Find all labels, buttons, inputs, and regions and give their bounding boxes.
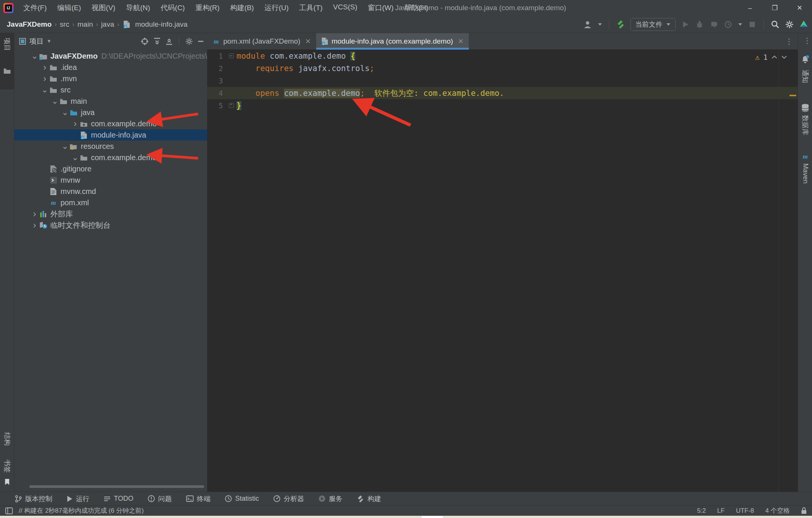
tree-row[interactable]: mvnw.cmd [14, 186, 207, 197]
tool-window-button-terminal[interactable]: 终端 [186, 494, 211, 503]
menu-item[interactable]: VCS(S) [329, 1, 362, 15]
editor-tab[interactable]: Jmodule-info.java (com.example.demo)✕ [316, 33, 469, 49]
folder-icon[interactable] [3, 68, 11, 74]
expand-all-icon[interactable] [153, 38, 161, 45]
collapse-all-icon[interactable] [165, 38, 173, 45]
fold-marker-icon[interactable]: ⌃ [226, 103, 236, 108]
bell-icon[interactable] [801, 55, 810, 64]
tree-row[interactable]: mpom.xml [14, 197, 207, 208]
tree-row[interactable]: ⌄java [14, 107, 207, 118]
chevron-right-icon[interactable]: › [30, 210, 39, 218]
line-separator[interactable]: LF [717, 507, 725, 515]
chevron-down-icon[interactable]: ⌄ [41, 87, 49, 92]
hide-panel-icon[interactable] [197, 38, 204, 45]
profiler-caret-icon[interactable] [738, 20, 742, 29]
prev-warning-chevron-icon[interactable] [771, 55, 777, 59]
breadcrumb-item[interactable]: main [76, 20, 94, 29]
tree-row[interactable]: ⌄resources [14, 141, 207, 152]
tree-row[interactable]: ›.idea [14, 62, 207, 73]
tool-window-button-problem[interactable]: 问题 [148, 494, 172, 503]
user-account-icon[interactable] [583, 20, 592, 29]
tool-window-button-clock[interactable]: Statistic [225, 495, 259, 503]
file-encoding[interactable]: UTF-8 [736, 507, 754, 515]
menu-item[interactable]: 工具(T) [295, 1, 327, 15]
menu-item[interactable]: 构建(B) [226, 1, 258, 15]
warning-stripe-mark[interactable] [789, 95, 796, 96]
breadcrumb-item[interactable]: java [100, 20, 116, 29]
tab-close-icon[interactable]: ✕ [458, 37, 464, 45]
code-line[interactable]: 5⌃} [207, 99, 798, 112]
chevron-down-icon[interactable]: ▼ [47, 38, 52, 44]
status-message[interactable]: // 构建在 2秒87毫秒内成功完成 (6 分钟之前) [19, 506, 144, 515]
search-everywhere-icon[interactable] [771, 20, 780, 29]
tree-row[interactable]: ⌄JavaFXDemoD:\IDEAProjects\JCNCProjects\… [14, 50, 207, 62]
menu-item[interactable]: 重构(R) [191, 1, 224, 15]
tool-stripe-database-label[interactable]: 数据库 [801, 115, 810, 135]
breadcrumb-item[interactable]: JavaFXDemo [5, 20, 53, 29]
panel-options-gear-icon[interactable] [185, 38, 193, 45]
tree-row[interactable]: ›外部库 [14, 208, 207, 220]
menu-item[interactable]: 编辑(E) [53, 1, 85, 15]
bookmark-icon[interactable] [4, 479, 10, 485]
select-opened-file-icon[interactable] [141, 37, 149, 45]
code-line[interactable]: 4 opens com.example.demo; 软件包为空: com.exa… [207, 87, 798, 99]
stop-button[interactable] [748, 20, 757, 29]
more-tabs-icon[interactable]: ⋮ [799, 36, 812, 45]
run-configuration-select[interactable]: 当前文件 [630, 18, 676, 31]
breadcrumb-item[interactable]: module-info.java [133, 20, 189, 29]
menu-item[interactable]: 窗口(W) [363, 1, 398, 15]
database-icon[interactable] [801, 104, 809, 113]
chevron-right-icon[interactable]: › [71, 120, 79, 127]
chevron-down-icon[interactable]: ⌄ [51, 98, 59, 104]
tree-row[interactable]: ⌄main [14, 95, 207, 107]
chevron-right-icon[interactable]: › [41, 64, 49, 71]
settings-gear-icon[interactable] [785, 20, 794, 29]
profiler-button[interactable] [724, 20, 733, 29]
tree-row[interactable]: .gitignore [14, 163, 207, 174]
code-line[interactable]: 1−module com.example.demo { [207, 50, 798, 62]
tree-row[interactable]: Jmodule-info.java [14, 129, 207, 141]
plugin-logo-icon[interactable] [799, 20, 808, 29]
chevron-down-icon[interactable]: ⌄ [61, 144, 69, 149]
breadcrumb-item[interactable]: src [58, 20, 71, 29]
tool-stripe-bell-label[interactable]: 通知 [801, 70, 810, 83]
lock-icon[interactable] [801, 507, 807, 514]
maximize-button[interactable]: ❐ [762, 0, 787, 16]
coverage-button[interactable] [709, 20, 718, 29]
horizontal-scrollbar[interactable] [29, 485, 204, 488]
tool-window-button-hammer[interactable]: 构建 [357, 494, 381, 503]
project-panel-title[interactable]: 项目 [29, 36, 44, 46]
close-button[interactable]: ✕ [787, 0, 812, 16]
menu-item[interactable]: 代码(C) [156, 1, 189, 15]
tool-stripe-structure-label[interactable]: 结构 [3, 432, 12, 446]
next-warning-chevron-icon[interactable] [781, 55, 787, 59]
tree-row[interactable]: ⌄com.example.demo [14, 152, 207, 163]
tool-stripe-bookmarks-label[interactable]: 书签 [3, 459, 12, 473]
minimize-button[interactable]: – [738, 0, 762, 16]
maven-icon[interactable]: m [801, 153, 809, 160]
chevron-down-icon[interactable]: ⌄ [61, 110, 69, 115]
debug-button[interactable] [695, 20, 704, 29]
more-tabs-icon[interactable]: ⋮ [781, 37, 798, 46]
run-button[interactable] [681, 20, 690, 29]
tree-row[interactable]: ›.mvn [14, 73, 207, 84]
chevron-right-icon[interactable]: › [41, 75, 49, 82]
tool-stripe-project-label[interactable]: 项目 [3, 38, 12, 51]
indent-setting[interactable]: 4 个空格 [765, 506, 790, 515]
code-line[interactable]: 2 requires javafx.controls; [207, 62, 798, 74]
user-caret-icon[interactable] [598, 20, 602, 29]
fold-marker-icon[interactable]: − [226, 53, 236, 58]
inspection-widget[interactable]: ⚠ 1 [755, 53, 788, 62]
chevron-right-icon[interactable]: › [30, 221, 39, 229]
menu-item[interactable]: 导航(N) [121, 1, 155, 15]
code-editor[interactable]: 1−module com.example.demo {2 requires ja… [207, 50, 798, 492]
tool-window-button-service[interactable]: 服务 [318, 494, 342, 503]
editor-tab[interactable]: mpom.xml (JavaFXDemo)✕ [207, 33, 316, 49]
tool-window-button-branch[interactable]: 版本控制 [15, 494, 52, 503]
code-line[interactable]: 3 [207, 74, 798, 87]
tool-window-button-play[interactable]: 运行 [67, 494, 89, 503]
tree-row[interactable]: ›临时文件和控制台 [14, 220, 207, 231]
tool-window-button-gauge[interactable]: 分析器 [273, 494, 304, 503]
caret-position[interactable]: 5:2 [697, 507, 706, 515]
build-hammer-icon[interactable] [616, 20, 625, 29]
